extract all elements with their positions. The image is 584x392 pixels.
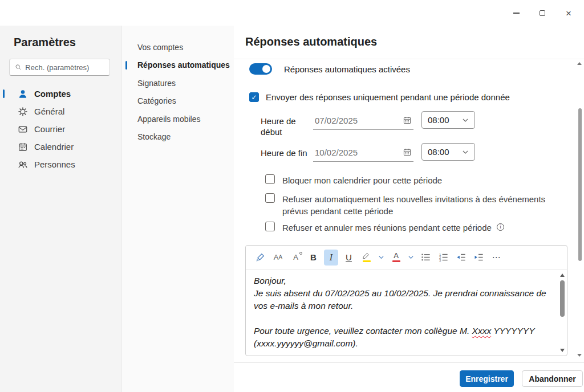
start-time-select[interactable]: 08:00: [421, 111, 475, 129]
cancel-meetings-label: Refuser et annuler mes réunions pendant …: [282, 222, 504, 234]
toggle-knob: [262, 65, 270, 73]
page-title: Réponses automatiques: [245, 35, 377, 48]
close-icon: ×: [566, 9, 571, 18]
format-painter-button[interactable]: [253, 250, 267, 266]
highlight-color-bar: [363, 260, 371, 263]
decline-invitations-label: Refuser automatiquement les nouvelles in…: [282, 193, 567, 217]
mail-icon: [18, 124, 28, 134]
scroll-up-icon[interactable]: [560, 273, 565, 277]
start-time-label: Heure de début: [261, 111, 313, 137]
block-calendar-label: Bloquer mon calendrier pour cette périod…: [282, 174, 442, 186]
formatting-toolbar: AA A B I U: [246, 246, 567, 270]
highlight-button[interactable]: [359, 250, 374, 266]
underline-button[interactable]: U: [342, 250, 356, 266]
sidebar-item-label: Calendrier: [34, 142, 74, 152]
save-button[interactable]: Enregistrer: [460, 370, 514, 387]
increase-indent-icon: [473, 252, 484, 263]
panel-scroll-down-icon[interactable]: [577, 354, 582, 357]
increase-indent-button[interactable]: [472, 250, 486, 266]
maximize-button[interactable]: [534, 5, 551, 22]
search-input[interactable]: [25, 63, 104, 72]
more-options-button[interactable]: ⋯: [489, 250, 504, 266]
highlight-dropdown-button[interactable]: [377, 250, 386, 266]
calendar-picker-icon[interactable]: [403, 148, 412, 157]
titlebar: ×: [0, 0, 584, 26]
sidebar-item-personnes[interactable]: Personnes: [0, 156, 121, 173]
subnav-item-reponses-automatiques[interactable]: Réponses automatiques: [122, 56, 234, 75]
chevron-down-icon: [462, 117, 469, 124]
period-checkbox[interactable]: [249, 92, 259, 102]
minimize-icon: [513, 13, 520, 13]
subnav-item-stockage[interactable]: Stockage: [122, 128, 234, 146]
footer-divider: [234, 362, 584, 363]
sidebar-item-label: Comptes: [34, 89, 71, 99]
cancel-meetings-checkbox[interactable]: [265, 222, 275, 231]
italic-button[interactable]: I: [324, 250, 338, 266]
editor-scrollbar-thumb[interactable]: [560, 280, 565, 317]
subnav-item-vos-comptes[interactable]: Vos comptes: [122, 38, 234, 56]
decrease-indent-button[interactable]: [454, 250, 468, 266]
end-time-value: 08:00: [428, 147, 449, 157]
reply-message-editor: AA A B I U: [245, 245, 567, 356]
format-painter-icon: [255, 252, 266, 263]
period-checkbox-label: Envoyer des réponses uniquement pendant …: [266, 92, 510, 102]
auto-replies-toggle[interactable]: [249, 63, 272, 75]
account-subnav: Vos comptes Réponses automatiques Signat…: [121, 26, 234, 392]
auto-replies-panel: Réponses automatiques Réponses automatiq…: [234, 26, 584, 392]
reply-message-textarea[interactable]: Bonjour, Je suis absent du 07/02/2025 au…: [246, 270, 567, 356]
search-icon: [15, 63, 22, 71]
bold-button[interactable]: B: [306, 250, 321, 266]
header-divider: [234, 59, 584, 59]
decrease-indent-icon: [456, 252, 467, 263]
info-icon[interactable]: [497, 223, 504, 231]
svg-text:3: 3: [439, 259, 441, 262]
calendar-picker-icon[interactable]: [403, 116, 412, 125]
scroll-down-icon[interactable]: [560, 349, 565, 352]
end-date-value: 10/02/2025: [315, 148, 358, 157]
end-date-field[interactable]: 10/02/2025: [313, 143, 413, 162]
editor-scrollbar[interactable]: [558, 272, 565, 353]
window-controls: ×: [508, 5, 577, 22]
gear-icon: [18, 107, 28, 117]
toggle-label: Réponses automatiques activées: [284, 64, 410, 74]
chevron-down-icon: [408, 254, 414, 260]
person-icon: [18, 89, 28, 99]
subnav-item-signatures[interactable]: Signatures: [122, 74, 234, 92]
settings-sidebar: Paramètres Comptes: [0, 26, 121, 392]
maximize-icon: [540, 10, 545, 16]
subnav-item-appareils-mobiles[interactable]: Appareils mobiles: [122, 110, 234, 128]
font-size-button[interactable]: A: [289, 250, 303, 266]
font-color-button[interactable]: A: [389, 250, 403, 266]
settings-search[interactable]: [9, 59, 110, 76]
start-date-field[interactable]: 07/02/2025: [313, 111, 413, 130]
minimize-button[interactable]: [508, 5, 525, 22]
subnav-item-categories[interactable]: Catégories: [122, 92, 234, 111]
message-line: Je suis absent du 07/02/2025 au 10/02/20…: [254, 287, 550, 312]
font-color-dropdown-button[interactable]: [407, 250, 415, 266]
bullet-list-button[interactable]: [419, 250, 433, 266]
sidebar-item-label: Général: [34, 107, 64, 116]
block-calendar-checkbox[interactable]: [265, 174, 275, 184]
end-time-select[interactable]: 08:00: [421, 143, 475, 161]
calendar-icon: [18, 142, 28, 152]
highlighter-icon: [362, 252, 371, 259]
sidebar-item-courrier[interactable]: Courrier: [0, 120, 121, 138]
numbered-list-button[interactable]: 123: [436, 250, 451, 266]
discard-button[interactable]: Abandonner: [522, 370, 583, 387]
chevron-down-icon: [462, 149, 469, 156]
numbered-list-icon: 123: [438, 252, 449, 263]
message-line: Bonjour,: [254, 275, 550, 287]
start-date-value: 07/02/2025: [315, 116, 358, 125]
misspelled-word: Xxxx: [472, 326, 492, 336]
sidebar-item-comptes[interactable]: Comptes: [0, 85, 121, 103]
sidebar-item-general[interactable]: Général: [0, 103, 121, 120]
panel-scroll-up-icon[interactable]: [577, 62, 582, 65]
panel-scrollbar-thumb[interactable]: [578, 108, 582, 261]
people-icon: [18, 160, 28, 170]
decline-invitations-checkbox[interactable]: [265, 193, 275, 203]
chevron-down-icon: [378, 254, 384, 260]
close-button[interactable]: ×: [560, 5, 577, 22]
sidebar-item-label: Personnes: [34, 160, 75, 169]
font-button[interactable]: AA: [271, 250, 285, 266]
sidebar-item-calendrier[interactable]: Calendrier: [0, 138, 121, 156]
